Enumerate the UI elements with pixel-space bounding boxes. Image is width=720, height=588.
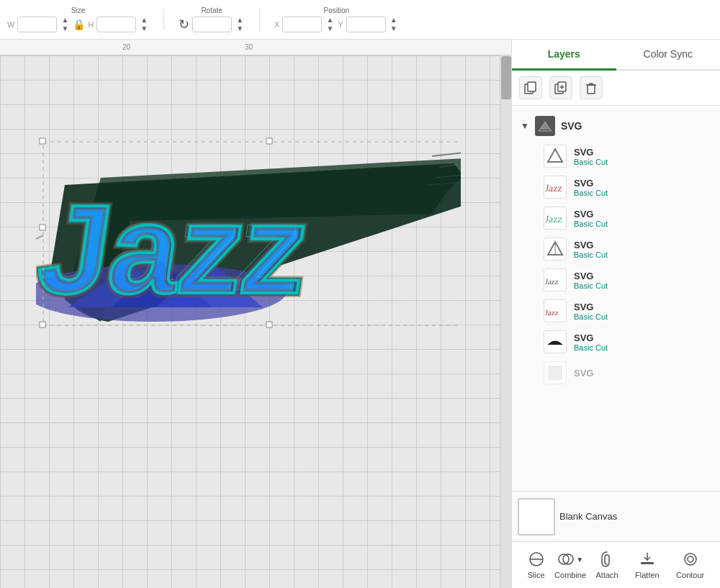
layer-2-info: SVG Basic Cut <box>574 178 608 197</box>
slice-button[interactable]: Slice <box>521 546 552 584</box>
panel-tabs: Layers Color Sync <box>512 40 720 71</box>
svg-rect-18 <box>40 225 45 230</box>
layer-item[interactable]: SVG Basic Cut <box>515 234 717 264</box>
svg-rect-43 <box>548 366 562 380</box>
right-panel: Layers Color Sync <box>511 40 720 588</box>
svg-rect-16 <box>266 138 272 144</box>
layer-item[interactable]: SVG Basic Cut <box>515 141 717 171</box>
layer-7-type: Basic Cut <box>574 343 608 352</box>
rotate-up[interactable]: ▲ <box>235 16 245 24</box>
layer-3-name: SVG <box>574 209 608 220</box>
combine-top: ▼ <box>557 551 583 568</box>
layers-list: ▼ SVG SVG Basic <box>512 106 720 491</box>
svg-text:Jazz: Jazz <box>545 308 559 317</box>
width-arrows: ▲ ▼ <box>60 16 70 32</box>
flatten-icon <box>639 551 656 568</box>
x-up[interactable]: ▲ <box>325 16 335 24</box>
y-down[interactable]: ▼ <box>389 24 399 32</box>
y-input[interactable] <box>346 17 386 32</box>
combine-arrow-icon: ▼ <box>576 556 583 564</box>
layer-item[interactable]: Jazz SVG Basic Cut <box>515 203 717 233</box>
width-up[interactable]: ▲ <box>60 16 70 24</box>
width-input[interactable] <box>17 17 57 32</box>
layer-6-name: SVG <box>574 302 608 312</box>
layer-6-icon: Jazz <box>545 301 565 321</box>
rotate-label: Rotate <box>201 6 222 14</box>
jazz-svg: Jazz Jazz Jazz <box>36 127 461 336</box>
slice-label: Slice <box>528 571 545 579</box>
canvas-content[interactable]: Jazz Jazz Jazz <box>0 55 500 588</box>
layer-5-info: SVG Basic Cut <box>574 271 608 290</box>
attach-label: Attach <box>596 571 618 579</box>
layer-2-name: SVG <box>574 178 608 189</box>
position-inputs: X ▲ ▼ Y ▲ ▼ <box>274 16 399 32</box>
canvas-area[interactable]: 20 30 Jazz <box>0 40 511 588</box>
layer-5-icon: Jazz <box>545 270 565 290</box>
svg-line-7 <box>432 149 461 156</box>
bottom-bar: Blank Canvas <box>512 491 720 541</box>
tab-layers[interactable]: Layers <box>512 40 616 71</box>
svg-text:Jazz: Jazz <box>545 182 563 194</box>
tab-color-sync[interactable]: Color Sync <box>616 40 721 71</box>
add-layer-button[interactable] <box>549 76 572 99</box>
attach-icon <box>598 551 616 568</box>
layer-5-type: Basic Cut <box>574 281 608 290</box>
layer-thumbnail-1 <box>544 145 567 168</box>
layer-7-name: SVG <box>574 333 608 343</box>
svg-rect-48 <box>641 562 654 564</box>
layer-item[interactable]: Jazz SVG Basic Cut <box>515 265 717 295</box>
group-thumbnail-icon <box>537 118 553 134</box>
position-label: Position <box>324 6 350 14</box>
divider-2 <box>259 9 260 30</box>
divider-1 <box>163 9 164 30</box>
svg-point-50 <box>685 553 696 565</box>
ruler-top: 20 30 <box>0 40 511 55</box>
layer-3-info: SVG Basic Cut <box>574 209 608 228</box>
flatten-button[interactable]: Flatten <box>628 546 667 584</box>
x-down[interactable]: ▼ <box>325 24 335 32</box>
svg-point-51 <box>688 556 693 562</box>
height-up[interactable]: ▲ <box>139 16 149 24</box>
rotate-group: Rotate ↻ ▲ ▼ <box>179 6 245 32</box>
layer-item[interactable]: SVG Basic Cut <box>515 327 717 357</box>
height-input[interactable] <box>96 17 136 32</box>
canvas-label: Blank Canvas <box>559 511 714 522</box>
flatten-label: Flatten <box>635 571 660 579</box>
layer-item[interactable]: Jazz SVG Basic Cut <box>515 172 717 202</box>
y-up[interactable]: ▲ <box>389 16 399 24</box>
scrollbar-vertical[interactable] <box>500 55 511 588</box>
combine-button[interactable]: ▼ Combine <box>554 551 586 579</box>
contour-icon <box>682 551 699 568</box>
rotate-down[interactable]: ▼ <box>235 24 245 32</box>
jazz-logo[interactable]: Jazz Jazz Jazz <box>36 127 461 336</box>
y-arrows: ▲ ▼ <box>389 16 399 32</box>
layer-item-partial[interactable]: SVG <box>515 358 717 388</box>
rotate-icon: ↻ <box>179 17 189 32</box>
scrollbar-thumb[interactable] <box>501 56 511 99</box>
delete-icon <box>585 81 598 94</box>
height-down[interactable]: ▼ <box>139 24 149 32</box>
layer-1-icon <box>545 146 565 166</box>
height-arrows: ▲ ▼ <box>139 16 149 32</box>
add-icon <box>554 81 567 94</box>
duplicate-layer-button[interactable] <box>519 76 542 99</box>
contour-label: Contour <box>676 571 704 579</box>
width-label: W <box>7 20 14 29</box>
width-down[interactable]: ▼ <box>60 24 70 32</box>
x-input[interactable] <box>282 17 322 32</box>
attach-button[interactable]: Attach <box>589 546 626 584</box>
group-label: SVG <box>561 120 582 132</box>
size-group: Size W ▲ ▼ 🔒 H ▲ ▼ <box>7 6 149 32</box>
svg-rect-26 <box>528 82 536 91</box>
layer-thumbnail-7 <box>544 330 567 353</box>
contour-button[interactable]: Contour <box>669 546 711 584</box>
position-group: Position X ▲ ▼ Y ▲ ▼ <box>274 6 399 32</box>
layer-group-header[interactable]: ▼ SVG <box>512 112 720 140</box>
svg-text:Jazz: Jazz <box>545 213 563 225</box>
layer-4-type: Basic Cut <box>574 250 608 259</box>
rotate-input[interactable] <box>192 17 232 32</box>
delete-layer-button[interactable] <box>580 76 603 99</box>
layer-1-type: Basic Cut <box>574 158 608 166</box>
ruler-mark-30: 30 <box>245 43 253 51</box>
layer-item[interactable]: Jazz SVG Basic Cut <box>515 296 717 326</box>
